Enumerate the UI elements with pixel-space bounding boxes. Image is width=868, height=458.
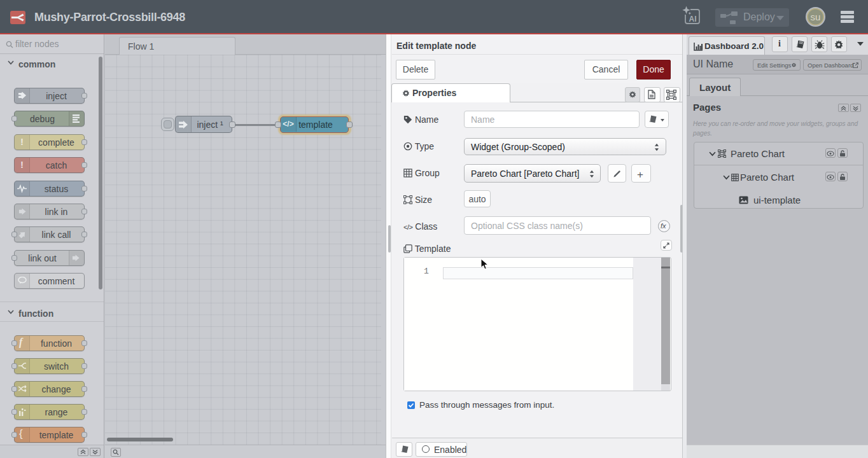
svg-text:AI: AI <box>689 15 697 24</box>
